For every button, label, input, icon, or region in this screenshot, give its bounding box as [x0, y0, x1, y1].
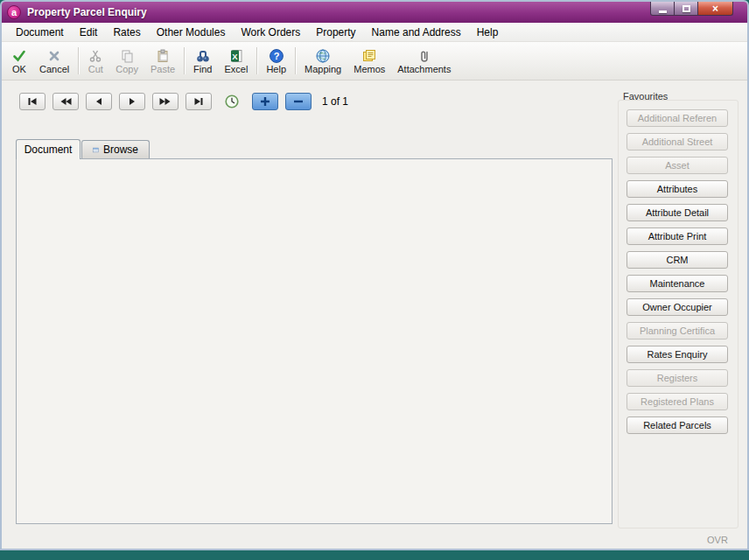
fav-button-attribute-detail[interactable]: Attribute Detail: [626, 204, 728, 221]
fav-button-owner-occupier[interactable]: Owner Occupier: [626, 298, 728, 316]
tab-document-label: Document: [24, 144, 73, 156]
mapping-button[interactable]: Mapping: [298, 44, 347, 78]
fav-button-maintenance[interactable]: Maintenance: [626, 275, 728, 292]
excel-button-label: Excel: [224, 64, 248, 74]
copy-icon: [119, 47, 135, 64]
menu-item-other-modules[interactable]: Other Modules: [149, 24, 234, 41]
paste-icon: [155, 47, 171, 64]
binoculars-icon: [195, 47, 211, 64]
record-navigation: 1 of 1: [19, 93, 348, 110]
paste-button-label: Paste: [150, 64, 175, 74]
cancel-icon: [46, 47, 62, 64]
first-record-icon: [25, 94, 39, 108]
overtype-indicator: OVR: [707, 535, 728, 545]
tab-document[interactable]: Document: [16, 139, 80, 159]
ok-button[interactable]: OK: [5, 44, 33, 78]
menu-item-name-and-address[interactable]: Name and Address: [364, 24, 469, 41]
previous-page-button[interactable]: [52, 93, 79, 110]
record-position-label: 1 of 1: [322, 95, 348, 108]
title-bar: a Property Parcel Enquiry ×: [2, 2, 747, 23]
memos-button[interactable]: Memos: [347, 44, 391, 78]
app-logo-icon: a: [7, 5, 21, 19]
notes-icon: [361, 47, 377, 64]
minimize-button[interactable]: [650, 2, 675, 16]
next-record-button[interactable]: [119, 93, 145, 110]
menu-item-work-orders[interactable]: Work Orders: [233, 24, 308, 41]
clock-icon: [224, 94, 240, 109]
maximize-icon: [682, 5, 690, 12]
fav-button-planning-certificate[interactable]: Planning Certifica: [626, 322, 728, 340]
toolbar-separator: [256, 47, 257, 74]
menu-item-document[interactable]: Document: [8, 24, 72, 41]
toolbar-separator: [184, 47, 185, 74]
document-panel: [16, 158, 612, 524]
fav-button-registers[interactable]: Registers: [626, 369, 728, 387]
fav-button-crm[interactable]: CRM: [626, 251, 728, 269]
fav-button-registered-plans[interactable]: Registered Plans: [626, 393, 728, 410]
help-icon: ?: [269, 47, 284, 64]
cancel-button-label: Cancel: [39, 64, 69, 74]
last-record-button[interactable]: [186, 93, 212, 110]
tab-browse-label: Browse: [103, 144, 138, 156]
fav-button-related-parcels[interactable]: Related Parcels: [626, 416, 728, 434]
mapping-button-label: Mapping: [304, 64, 341, 74]
memos-button-label: Memos: [354, 64, 385, 74]
close-button[interactable]: ×: [698, 2, 733, 16]
favourites-title: Favourites: [623, 91, 668, 102]
last-record-icon: [192, 94, 206, 108]
toolbar-separator: [78, 47, 79, 74]
attachments-button[interactable]: Attachments: [391, 44, 457, 78]
add-record-button[interactable]: [252, 93, 278, 110]
delete-record-button[interactable]: [285, 93, 312, 110]
next-page-icon: [158, 94, 172, 108]
svg-text:?: ?: [273, 51, 279, 61]
plus-icon: [258, 94, 272, 108]
minimize-icon: [659, 10, 667, 13]
fav-button-additional-references[interactable]: Additional Referen: [626, 109, 728, 127]
window-controls: ×: [650, 2, 733, 16]
paste-button[interactable]: Paste: [144, 44, 181, 78]
cut-icon: [88, 47, 103, 64]
help-button-label: Help: [266, 64, 286, 74]
first-record-button[interactable]: [19, 93, 46, 110]
next-page-button[interactable]: [152, 93, 178, 110]
cut-button-label: Cut: [88, 64, 103, 74]
previous-record-icon: [92, 94, 106, 108]
menu-bar: Document Edit Rates Other Modules Work O…: [2, 23, 747, 42]
minus-icon: [291, 94, 305, 108]
globe-icon: [315, 47, 331, 64]
next-record-icon: [125, 94, 139, 108]
maximize-button[interactable]: [675, 2, 698, 16]
menu-item-edit[interactable]: Edit: [72, 24, 106, 41]
paperclip-icon: [416, 47, 432, 64]
copy-button-label: Copy: [116, 64, 138, 74]
cancel-button[interactable]: Cancel: [33, 44, 75, 78]
help-button[interactable]: ? Help: [260, 44, 292, 78]
fav-button-asset[interactable]: Asset: [626, 157, 728, 174]
excel-icon: X: [228, 47, 244, 64]
application-window: a Property Parcel Enquiry × Document Edi…: [0, 0, 749, 550]
copy-button[interactable]: Copy: [109, 44, 144, 78]
attachments-button-label: Attachments: [397, 64, 451, 74]
toolbar-separator: [295, 47, 296, 74]
ok-icon: [11, 47, 27, 64]
cut-button[interactable]: Cut: [81, 44, 109, 78]
toolbar: OK Cancel Cut Copy Paste: [2, 42, 747, 80]
excel-button[interactable]: X Excel: [218, 44, 254, 78]
fav-button-additional-street[interactable]: Additional Street: [626, 133, 728, 150]
find-button[interactable]: Find: [187, 44, 218, 78]
fav-button-attributes[interactable]: Attributes: [626, 180, 728, 198]
tab-browse[interactable]: Browse: [81, 140, 150, 158]
close-icon: ×: [712, 3, 718, 15]
browse-grid-icon: [93, 144, 99, 157]
find-button-label: Find: [193, 64, 212, 74]
fav-button-attribute-print[interactable]: Attribute Print: [626, 228, 728, 245]
previous-record-button[interactable]: [86, 93, 112, 110]
previous-page-icon: [59, 94, 73, 108]
svg-text:X: X: [232, 51, 238, 60]
menu-item-rates[interactable]: Rates: [105, 24, 148, 41]
menu-item-help[interactable]: Help: [469, 24, 507, 41]
history-button[interactable]: [219, 93, 245, 110]
menu-item-property[interactable]: Property: [308, 24, 363, 41]
fav-button-rates-enquiry[interactable]: Rates Enquiry: [626, 346, 728, 363]
